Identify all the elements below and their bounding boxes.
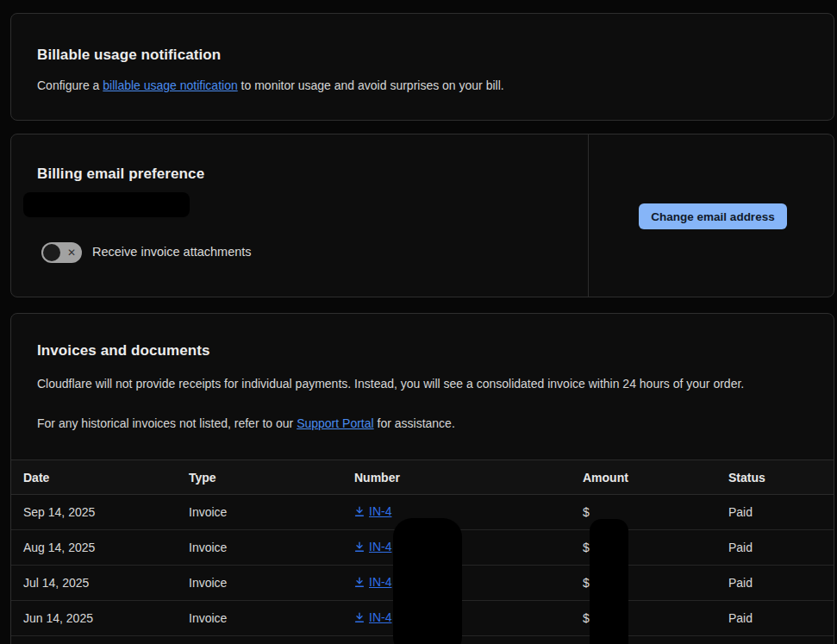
receive-invoice-attachments-label: Receive invoice attachments <box>92 245 252 259</box>
cell-type: Invoice <box>177 601 342 636</box>
toggle-off-icon: ✕ <box>67 247 76 258</box>
cell-status: Paid <box>716 601 834 636</box>
cell-date: Sep 14, 2025 <box>11 495 177 530</box>
col-header-status: Status <box>716 460 834 495</box>
col-header-date: Date <box>11 460 177 495</box>
download-icon <box>354 612 365 623</box>
invoice-download-link[interactable]: IN-4 <box>354 575 391 589</box>
section-divider <box>588 134 589 297</box>
invoices-title: Invoices and documents <box>37 342 808 360</box>
redacted-amounts <box>590 519 628 644</box>
invoice-download-link[interactable]: IN-4 <box>354 540 391 553</box>
invoices-support-text: For any historical invoices not listed, … <box>37 413 808 434</box>
billable-usage-card: Billable usage notification Configure a … <box>10 13 834 121</box>
cell-date: Aug 14, 2025 <box>11 530 177 566</box>
receive-invoice-attachments-toggle[interactable]: ✕ <box>41 242 82 263</box>
redacted-invoice-numbers <box>393 518 462 644</box>
cell-status: Paid <box>716 530 834 566</box>
billing-email-card: Billing email preference ✕ Receive invoi… <box>10 134 834 297</box>
download-icon <box>354 577 365 588</box>
redacted-email-value <box>23 192 190 217</box>
support-portal-link[interactable]: Support Portal <box>297 416 374 430</box>
download-icon <box>354 506 365 517</box>
cell-date: Jun 14, 2025 <box>11 601 177 636</box>
invoice-download-link[interactable]: IN-4 <box>354 504 391 518</box>
cell-status: Paid <box>716 566 834 601</box>
change-email-address-button[interactable]: Change email address <box>639 203 787 229</box>
billable-usage-link[interactable]: billable usage notification <box>103 78 237 92</box>
col-header-amount: Amount <box>571 460 716 495</box>
col-header-number: Number <box>342 460 571 495</box>
cell-type: Invoice <box>177 495 342 530</box>
table-header-row: Date Type Number Amount Status <box>11 460 834 495</box>
invoice-download-link[interactable]: IN-4 <box>354 610 391 624</box>
cell-type: Invoice <box>177 530 342 566</box>
billable-usage-text-prefix: Configure a <box>37 78 103 92</box>
billable-usage-text: Configure a billable usage notification … <box>37 75 808 96</box>
support-text-suffix: for assistance. <box>374 416 455 430</box>
billable-usage-title: Billable usage notification <box>37 47 808 64</box>
cell-date: Jul 14, 2025 <box>11 566 177 601</box>
cell-status: Paid <box>716 495 834 530</box>
col-header-type: Type <box>177 460 342 495</box>
download-icon <box>354 541 365 553</box>
toggle-knob <box>43 244 60 261</box>
billable-usage-text-suffix: to monitor usage and avoid surprises on … <box>238 78 504 92</box>
cell-type: Invoice <box>177 566 342 601</box>
billing-email-title: Billing email preference <box>37 166 204 183</box>
support-text-prefix: For any historical invoices not listed, … <box>37 416 297 430</box>
invoices-description: Cloudflare will not provide receipts for… <box>37 373 800 394</box>
